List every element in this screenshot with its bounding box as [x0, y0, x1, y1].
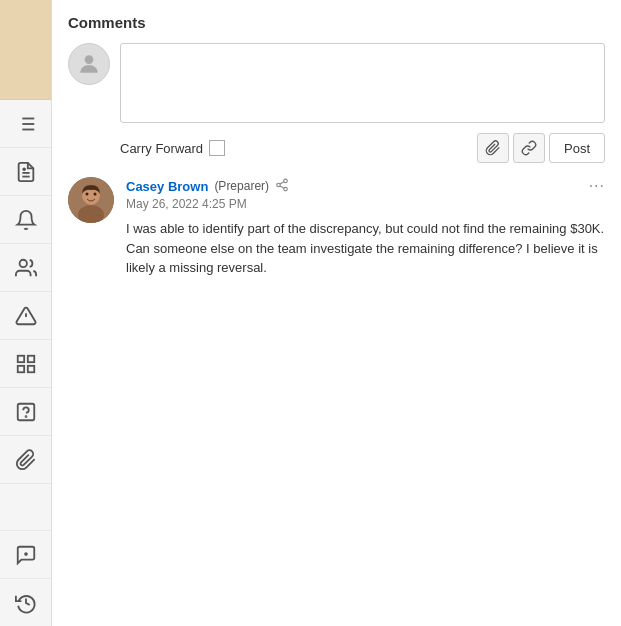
bell-icon [15, 209, 37, 231]
svg-point-24 [94, 193, 97, 196]
sidebar-item-history[interactable] [0, 578, 51, 626]
comment-date: May 26, 2022 4:25 PM [126, 197, 605, 211]
svg-point-27 [284, 187, 288, 191]
svg-rect-15 [17, 365, 23, 371]
user-avatar-icon [76, 51, 102, 77]
chat-settings-icon [15, 544, 37, 566]
comment-input-row [68, 43, 605, 123]
people-icon [15, 257, 37, 279]
comment-author-name: Casey Brown [126, 179, 208, 194]
dashboard-icon [15, 353, 37, 375]
svg-line-29 [280, 181, 284, 183]
comment-text: I was able to identify part of the discr… [126, 219, 605, 278]
attach-button[interactable] [477, 133, 509, 163]
link-button[interactable] [513, 133, 545, 163]
help-icon [15, 401, 37, 423]
sidebar-top-spacer [0, 0, 51, 100]
svg-rect-14 [27, 365, 33, 371]
attach-icon [485, 140, 501, 156]
current-user-avatar [68, 43, 110, 85]
carry-forward-label: Carry Forward [120, 141, 203, 156]
comment-author-avatar [68, 177, 114, 223]
post-button[interactable]: Post [549, 133, 605, 163]
sidebar-item-report[interactable] [0, 148, 51, 196]
comment-header: Casey Brown (Preparer) ··· [126, 177, 605, 195]
history-icon [15, 592, 37, 614]
svg-point-8 [23, 168, 25, 170]
comment-body: Casey Brown (Preparer) ··· May 26, 2022 … [126, 177, 605, 278]
more-options-icon[interactable]: ··· [589, 177, 605, 195]
sidebar-item-dashboard[interactable] [0, 340, 51, 388]
action-buttons: Post [477, 133, 605, 163]
svg-line-28 [280, 185, 284, 187]
sidebar-item-people[interactable] [0, 244, 51, 292]
svg-point-23 [86, 193, 89, 196]
comment-input[interactable] [120, 43, 605, 123]
svg-point-9 [19, 259, 26, 266]
sidebar [0, 0, 52, 626]
sidebar-item-warning[interactable] [0, 292, 51, 340]
share-icon[interactable] [275, 178, 289, 195]
svg-point-26 [277, 183, 281, 187]
svg-point-25 [284, 179, 288, 183]
svg-point-19 [85, 55, 94, 64]
svg-rect-13 [27, 355, 33, 361]
svg-point-18 [24, 552, 28, 556]
sidebar-item-notifications[interactable] [0, 196, 51, 244]
svg-rect-12 [17, 355, 23, 361]
section-title: Comments [68, 14, 605, 31]
warning-icon [15, 305, 37, 327]
list-icon [15, 113, 37, 135]
casey-avatar-image [68, 177, 114, 223]
main-content: Comments Carry Forward Post [52, 0, 621, 626]
carry-forward-checkbox[interactable] [209, 140, 225, 156]
sidebar-item-help[interactable] [0, 388, 51, 436]
comment-entry: Casey Brown (Preparer) ··· May 26, 2022 … [68, 177, 605, 278]
paperclip-icon [15, 449, 37, 471]
comment-author-role: (Preparer) [214, 179, 269, 193]
carry-forward-row: Carry Forward Post [120, 133, 605, 163]
sidebar-item-attachments[interactable] [0, 436, 51, 484]
link-icon [521, 140, 537, 156]
sidebar-bottom [0, 530, 51, 626]
sidebar-item-chat-settings[interactable] [0, 530, 51, 578]
report-icon [15, 161, 37, 183]
svg-point-17 [25, 416, 26, 417]
sidebar-item-list[interactable] [0, 100, 51, 148]
